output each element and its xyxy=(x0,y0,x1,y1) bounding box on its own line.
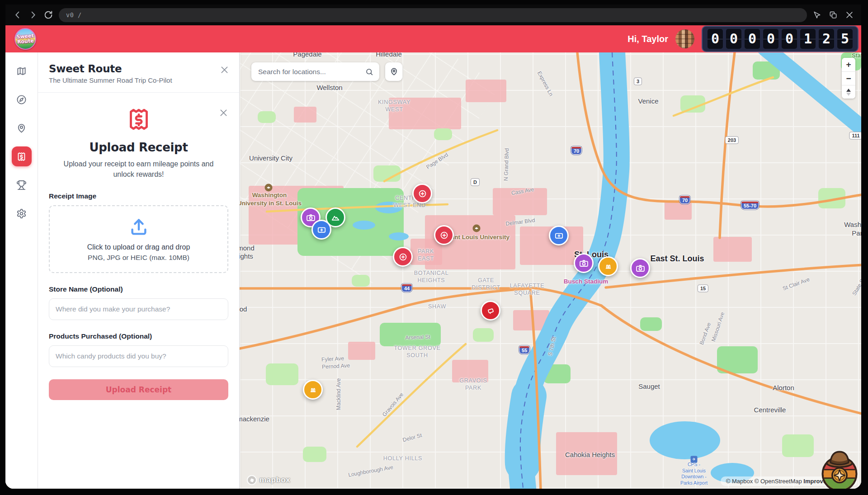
map-label: Cass Ave xyxy=(511,186,534,197)
address-bar[interactable]: v0 / xyxy=(59,8,807,22)
map-label: Alorton xyxy=(773,384,794,391)
receipt-image-label: Receipt Image xyxy=(49,192,228,200)
counter-digit: 1 xyxy=(800,29,816,49)
map-label: Washington University in St. Louis xyxy=(240,191,302,207)
upload-receipt-description: Upload your receipt to earn mileage poin… xyxy=(55,159,222,179)
counter-digit: 0 xyxy=(708,29,723,49)
upload-receipt-button[interactable]: Upload Receipt xyxy=(49,379,228,400)
close-window-icon[interactable] xyxy=(845,10,854,19)
counter-digit: 5 xyxy=(837,29,853,49)
map-label: Express Ln xyxy=(536,70,555,97)
map-label: mackenzie xyxy=(240,415,269,423)
candy-explorer-mascot[interactable] xyxy=(816,447,861,489)
sidebar-item-settings[interactable] xyxy=(12,203,32,223)
map-pin-icon xyxy=(390,67,398,76)
map-label: Centreville xyxy=(754,406,786,414)
locate-pin-button[interactable] xyxy=(385,62,402,81)
map-marker-plus-circle[interactable] xyxy=(393,247,413,267)
map-marker-candy[interactable] xyxy=(481,301,500,321)
sidebar-item-explore[interactable] xyxy=(12,90,32,109)
highway-shield: 44 xyxy=(401,283,412,292)
receipt-dropzone[interactable]: Click to upload or drag and drop PNG, JP… xyxy=(49,205,228,273)
refresh-icon[interactable] xyxy=(43,10,53,20)
map-marker-camera[interactable] xyxy=(574,253,594,273)
highway-shield: 70 xyxy=(571,146,582,155)
map-marker-card-plus[interactable] xyxy=(549,226,569,245)
university-icon xyxy=(265,184,273,192)
mapbox-logo[interactable]: mapbox xyxy=(247,475,290,485)
map-label: Bond Ave xyxy=(698,322,712,346)
map-label: SHAW xyxy=(428,303,446,310)
browser-chrome: v0 / xyxy=(5,5,861,25)
map-marker-plus-circle[interactable] xyxy=(434,225,454,245)
avatar[interactable] xyxy=(675,29,694,48)
store-name-label: Store Name (Optional) xyxy=(49,285,228,293)
receipt-icon xyxy=(16,151,27,162)
highway-shield: D xyxy=(471,178,480,186)
map-label: Delor St xyxy=(402,432,423,443)
compass-icon xyxy=(16,94,27,105)
map-label: Fyler Ave xyxy=(321,355,344,363)
map-label: GRAVOIS PARK xyxy=(459,377,487,392)
map-label: CPS - Saint Louis Downtown - Parks Airpo… xyxy=(680,462,708,486)
map-label: Arsenal St xyxy=(405,334,430,341)
browser-window: v0 / Sweet Route Hi, Taylor 00000125 xyxy=(5,5,861,489)
store-name-input[interactable] xyxy=(49,298,228,320)
map-label: State St xyxy=(851,277,861,297)
sidebar-item-map[interactable] xyxy=(12,61,32,81)
map-label: Venice xyxy=(638,97,658,105)
sidebar-item-locations[interactable] xyxy=(12,118,32,138)
highway-shield: 3 xyxy=(634,77,642,85)
map-zoom-control: + − xyxy=(842,58,855,99)
map-label: S 7th St xyxy=(547,336,557,357)
map-label: Cahokia Heights xyxy=(565,451,615,458)
map-marker-towers[interactable] xyxy=(303,380,323,400)
search-placeholder: Search for locations... xyxy=(258,68,365,76)
upload-receipt-card: Upload Receipt Upload your receipt to ea… xyxy=(38,93,239,400)
highway-shield: 70 xyxy=(679,195,690,204)
map-canvas[interactable]: PagedaleHilledaleWellstonUniversity City… xyxy=(240,52,861,489)
sweet-route-panel: Sweet Route The Ultimate Summer Road Tri… xyxy=(38,52,240,489)
map-label: od xyxy=(240,305,247,313)
sweet-route-logo[interactable]: Sweet Route xyxy=(14,27,37,50)
zoom-in-button[interactable]: + xyxy=(842,58,855,71)
map-marker-plus-circle[interactable] xyxy=(412,184,432,203)
back-button[interactable] xyxy=(13,10,23,20)
highway-shield: 55 xyxy=(519,345,530,354)
map-label: University City xyxy=(249,154,292,162)
map-label: Delmar Blvd xyxy=(505,217,536,227)
map-label: Saint Louis University xyxy=(445,233,509,241)
map-label: Macklind Ave xyxy=(335,378,342,410)
attribution-text: © Mapbox © OpenStreetMap xyxy=(726,478,804,485)
card-close-icon[interactable] xyxy=(219,108,228,119)
map-label: St Clair Ave xyxy=(782,276,811,292)
compass-icon xyxy=(846,89,851,92)
map-label: Sauget xyxy=(638,382,660,390)
counter-digit: 0 xyxy=(782,29,797,49)
map-label: TOWER GROVE SOUTH xyxy=(394,344,440,359)
university-icon xyxy=(473,225,481,232)
panel-close-icon[interactable] xyxy=(220,65,229,76)
receipt-dollar-icon xyxy=(126,106,152,132)
compass-reset-button[interactable] xyxy=(842,85,855,99)
map-marker-card-plus[interactable] xyxy=(311,220,331,240)
sidebar-item-receipts[interactable] xyxy=(12,146,32,166)
new-window-icon[interactable] xyxy=(829,10,838,19)
counter-digit: 0 xyxy=(726,29,741,49)
forward-button[interactable] xyxy=(28,10,38,20)
map-label: Missouri Ave xyxy=(710,311,726,343)
zoom-out-button[interactable]: − xyxy=(842,71,855,85)
panel-subtitle: The Ultimate Summer Road Trip Co-Pilot xyxy=(49,76,228,84)
products-input[interactable] xyxy=(49,345,228,367)
map-search-input[interactable]: Search for locations... xyxy=(251,62,379,81)
map-marker-camera[interactable] xyxy=(630,258,650,278)
pointer-mode-icon[interactable] xyxy=(812,10,821,19)
panel-title: Sweet Route xyxy=(49,63,228,75)
user-greeting: Hi, Taylor xyxy=(627,34,668,44)
sidebar-item-rewards[interactable] xyxy=(12,175,32,195)
map-marker-towers[interactable] xyxy=(598,256,618,276)
highway-shield: 15 xyxy=(698,284,708,292)
map-label: ights xyxy=(240,252,253,260)
upload-icon xyxy=(128,217,149,237)
map-label: LAFAYETTE SQUARE xyxy=(510,282,545,297)
